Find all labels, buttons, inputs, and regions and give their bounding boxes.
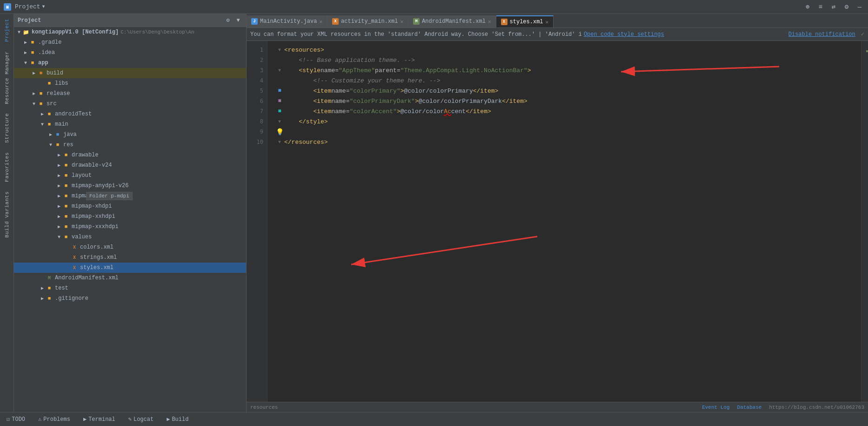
settings-icon[interactable]: ⚙ xyxy=(842,2,851,12)
tree-item-androidmanifest[interactable]: M AndroidManifest.xml xyxy=(14,273,246,283)
b6a: < xyxy=(313,98,317,105)
tag-item-1: item xyxy=(317,88,331,95)
mipmap-xxhdpi-arrow[interactable]: ▶ xyxy=(56,214,62,219)
tree-item-colors-xml[interactable]: X colors.xml xyxy=(14,242,246,252)
drawable-label: drawable xyxy=(72,152,99,158)
notification-disable[interactable]: Disable notification xyxy=(788,31,855,38)
fold-icon-1[interactable]: ▼ xyxy=(278,47,281,53)
tab-close-manifest[interactable]: ✕ xyxy=(488,19,491,25)
panel-icon-1[interactable]: ⚙ xyxy=(224,16,232,25)
tree-item-strings-xml[interactable]: X strings.xml xyxy=(14,252,246,263)
tab-close-styles[interactable]: ✕ xyxy=(546,19,549,25)
code-indent-3 xyxy=(284,67,299,74)
tree-item-build[interactable]: ▶ ■ build xyxy=(14,68,246,78)
tree-item-androidtest[interactable]: ▶ ■ androidTest xyxy=(14,109,246,119)
line-num-2: 2 xyxy=(247,55,267,65)
sidebar-item-build-variants[interactable]: Build Variants xyxy=(4,187,10,242)
fold-icon-8[interactable]: ▼ xyxy=(278,119,281,124)
footer-build[interactable]: ▶ Build xyxy=(164,415,191,424)
tab-label-styles: styles.xml xyxy=(510,19,543,25)
res-arrow[interactable]: ▼ xyxy=(47,142,54,148)
b7b: > xyxy=(397,108,401,115)
database-link[interactable]: Database xyxy=(737,405,762,410)
layout-arrow[interactable]: ▶ xyxy=(56,173,62,178)
minimize-icon[interactable]: — xyxy=(855,2,864,12)
tree-item-res[interactable]: ▼ ■ res xyxy=(14,140,246,150)
tree-item-mipmap-xxhdpi[interactable]: ▶ ■ mipmap-xxhdpi xyxy=(14,211,246,222)
globe-icon[interactable]: ⊕ xyxy=(803,2,812,12)
mipmap-hdpi-arrow[interactable]: ▶ xyxy=(56,193,62,199)
tab-icon-java: J xyxy=(251,18,258,25)
tree-item-gitignore[interactable]: ▶ ■ .gitignore xyxy=(14,293,246,304)
project-selector[interactable]: Project ▼ xyxy=(15,3,45,10)
values-arrow[interactable]: ▼ xyxy=(56,235,62,240)
footer-logcat[interactable]: ✎ Logcat xyxy=(126,415,156,424)
tab-close-main-activity[interactable]: ✕ xyxy=(319,19,322,25)
title-bar-icons: ⊕ ≡ ⇄ ⚙ — xyxy=(803,2,864,12)
tab-android-manifest[interactable]: M AndroidManifest.xml ✕ xyxy=(408,15,496,27)
sidebar-item-structure[interactable]: Structure xyxy=(4,108,10,148)
mipmap-anydpi-arrow[interactable]: ▶ xyxy=(56,183,62,189)
values-label: values xyxy=(72,234,92,240)
app-arrow[interactable]: ▼ xyxy=(22,61,29,66)
androidtest-arrow[interactable]: ▶ xyxy=(39,111,46,117)
sidebar-item-project[interactable]: Project xyxy=(4,14,10,47)
tab-styles[interactable]: X styles.xml ✕ xyxy=(496,15,554,27)
tree-item-mipmap-hdpi[interactable]: ▶ ■ mipmap-hdpi Folder p-mdpi xyxy=(14,191,246,201)
main-arrow[interactable]: ▼ xyxy=(39,122,46,127)
tree-item-main[interactable]: ▼ ■ main xyxy=(14,119,246,129)
tree-item-styles-xml[interactable]: X styles.xml xyxy=(14,263,246,273)
root-folder-icon: 📁 xyxy=(22,28,30,36)
tree-item-idea[interactable]: ▶ ■ .idea xyxy=(14,47,246,58)
tree-root[interactable]: ▼ 📁 kongtiaoppV1.0 [NetConfig] C:\Users\… xyxy=(14,27,246,37)
event-log-link[interactable]: Event Log xyxy=(702,405,729,410)
footer-todo[interactable]: ☑ TODO xyxy=(4,415,28,424)
tab-activity-main[interactable]: X activity_main.xml ✕ xyxy=(327,15,408,27)
tree-item-test[interactable]: ▶ ■ test xyxy=(14,283,246,293)
test-arrow[interactable]: ▶ xyxy=(39,285,46,291)
tree-item-gradle[interactable]: ▶ ■ .gradle xyxy=(14,37,246,47)
sync-icon[interactable]: ⇄ xyxy=(829,2,838,12)
footer-terminal[interactable]: ▶ Terminal xyxy=(80,415,118,424)
panel-icon-2[interactable]: ▼ xyxy=(234,16,242,25)
tree-item-values[interactable]: ▼ ■ values xyxy=(14,232,246,242)
footer-problems[interactable]: ⚠ Problems xyxy=(35,415,73,424)
bulb-icon-9[interactable]: 💡 xyxy=(276,128,284,136)
notification-link[interactable]: Open code style settings xyxy=(584,31,664,38)
gradle-arrow[interactable]: ▶ xyxy=(22,40,29,45)
src-arrow[interactable]: ▼ xyxy=(31,101,37,107)
tree-item-mipmap-xxxhdpi[interactable]: ▶ ■ mipmap-xxxhdpi xyxy=(14,222,246,232)
fold-icon-3[interactable]: ▼ xyxy=(278,68,281,73)
tree-item-mipmap-xhdpi[interactable]: ▶ ■ mipmap-xhdpi xyxy=(14,201,246,211)
tree-item-drawable[interactable]: ▶ ■ drawable xyxy=(14,150,246,160)
idea-arrow[interactable]: ▶ xyxy=(22,50,29,55)
sidebar-item-favorites[interactable]: Favorites xyxy=(4,148,10,187)
project-panel: Project ⚙ ▼ ▼ 📁 kongtiaoppV1.0 [NetConfi… xyxy=(14,14,247,412)
tree-item-app[interactable]: ▼ ■ app xyxy=(14,58,246,68)
code-line-3: ▼ <style name="AppTheme" parent="Theme.A… xyxy=(275,65,854,75)
build-arrow[interactable]: ▶ xyxy=(31,70,37,76)
drawable-arrow[interactable]: ▶ xyxy=(56,152,62,158)
tab-close-activity-main[interactable]: ✕ xyxy=(400,19,403,25)
code-content[interactable]: ▼ <resources> <!-- Base application them… xyxy=(267,41,861,402)
project-dropdown-arrow[interactable]: ▼ xyxy=(42,4,45,9)
tree-item-layout[interactable]: ▶ ■ layout xyxy=(14,170,246,181)
tree-item-src[interactable]: ▼ ■ src xyxy=(14,99,246,109)
drawable-v24-arrow[interactable]: ▶ xyxy=(56,162,62,168)
root-arrow[interactable]: ▼ xyxy=(16,30,22,35)
tab-main-activity[interactable]: J MainActivity.java ✕ xyxy=(247,15,327,27)
tag-item-2: item xyxy=(317,98,331,105)
gitignore-arrow[interactable]: ▶ xyxy=(39,296,46,301)
fold-icon-10[interactable]: ▼ xyxy=(278,140,281,145)
tree-item-libs[interactable]: ■ libs xyxy=(14,78,246,88)
menu-icon[interactable]: ≡ xyxy=(816,2,825,12)
tree-item-drawable-v24[interactable]: ▶ ■ drawable-v24 xyxy=(14,160,246,170)
tree-item-release[interactable]: ▶ ■ release xyxy=(14,88,246,99)
java-arrow[interactable]: ▶ xyxy=(47,132,54,137)
mipmap-xhdpi-arrow[interactable]: ▶ xyxy=(56,203,62,209)
tree-item-java[interactable]: ▶ ■ java xyxy=(14,129,246,140)
tree-item-mipmap-anydpi[interactable]: ▶ ■ mipmap-anydpi-v26 xyxy=(14,181,246,191)
release-arrow[interactable]: ▶ xyxy=(31,91,37,96)
sidebar-item-resource-manager[interactable]: Resource Manager xyxy=(4,47,10,109)
mipmap-xxxhdpi-arrow[interactable]: ▶ xyxy=(56,224,62,230)
